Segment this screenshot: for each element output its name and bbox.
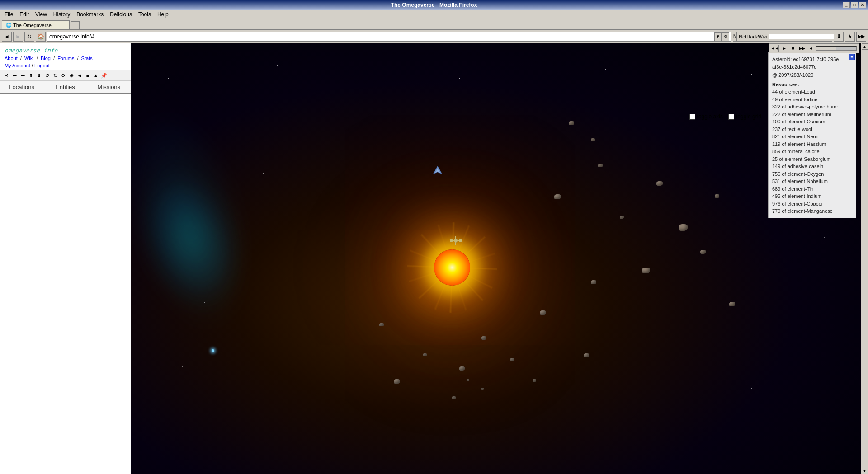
scroll-up-arrow[interactable]: ▲ — [862, 43, 868, 50]
space-station — [449, 234, 462, 249]
scroll-thumb[interactable] — [862, 50, 868, 63]
nav-missions[interactable]: Missions — [87, 82, 131, 92]
search-logo: N — [733, 32, 737, 41]
toolbar-stop[interactable]: ■ — [84, 72, 91, 79]
resource-item: 237 of textile-wool — [772, 126, 852, 133]
media-next[interactable]: ▶▶ — [798, 45, 806, 52]
window-controls[interactable]: _ □ ✕ — [843, 2, 866, 8]
asteroid-14 — [510, 358, 514, 361]
scroll-down-arrow[interactable]: ▼ — [862, 468, 868, 474]
resource-item: 44 of element-Lead — [772, 88, 852, 96]
stats-link[interactable]: Stats — [81, 56, 93, 61]
toolbar-up[interactable]: ⬆ — [27, 72, 34, 79]
minimize-button[interactable]: _ — [843, 2, 850, 8]
bookmarks-button[interactable]: ★ — [845, 32, 855, 42]
more-button[interactable]: ▶▶ — [856, 32, 866, 42]
toolbar-right[interactable]: ➡ — [19, 72, 26, 79]
resources-label: Resources: — [772, 81, 852, 89]
asteroid-1 — [569, 121, 574, 125]
about-link[interactable]: About — [5, 56, 18, 61]
nav-entities[interactable]: Entities — [43, 82, 87, 92]
menu-bookmarks[interactable]: Bookmarks — [74, 10, 106, 19]
menu-delicious[interactable]: Delicious — [107, 10, 135, 19]
tab-label: The Omegaverse — [13, 23, 52, 28]
menu-help[interactable]: Help — [155, 10, 171, 19]
sun-core — [434, 249, 470, 286]
titlebar: The Omegaverse - Mozilla Firefox _ □ ✕ — [0, 0, 868, 10]
reload-button[interactable]: ↻ — [24, 32, 34, 42]
address-bar[interactable]: omegaverse.info/# ▼ ↻ — [47, 32, 731, 42]
blog-link[interactable]: Blog — [41, 56, 51, 61]
menu-tools[interactable]: Tools — [136, 10, 154, 19]
toggle-controls: toggle axis toggle grid — [689, 113, 761, 120]
wiki-link[interactable]: Wiki — [24, 56, 34, 61]
game-area[interactable]: toggle axis toggle grid ■ Asteroid: ec16… — [131, 43, 861, 474]
resource-item: 149 of adhesive-casein — [772, 163, 852, 170]
new-tab-button[interactable]: + — [71, 21, 80, 29]
logout-link[interactable]: Logout — [34, 63, 50, 68]
media-toggle[interactable]: ◄ — [807, 45, 815, 52]
asteroid-13 — [459, 366, 465, 371]
media-slider[interactable] — [816, 46, 857, 51]
site-header: omegaverse.info About / Wiki / Blog / Fo… — [0, 43, 131, 70]
back-button[interactable]: ◄ — [2, 32, 12, 42]
media-stop[interactable]: ■ — [789, 45, 797, 52]
toolbar-down[interactable]: ⬇ — [35, 72, 42, 79]
address-text: omegaverse.info/# — [49, 33, 714, 40]
menu-edit[interactable]: Edit — [17, 10, 32, 19]
toggle-grid-checkbox[interactable] — [728, 114, 734, 120]
maximize-button[interactable]: □ — [851, 2, 858, 8]
my-account-link[interactable]: My Account — [5, 63, 30, 68]
svg-rect-5 — [450, 239, 453, 242]
close-button[interactable]: ✕ — [859, 2, 866, 8]
asteroid-coords: @ 2097/283/-1020 — [772, 71, 852, 79]
toggle-axis-item: toggle axis — [689, 113, 723, 120]
home-button[interactable]: 🏠 — [36, 32, 46, 42]
menu-view[interactable]: View — [33, 10, 50, 19]
active-tab[interactable]: 🌐 The Omegaverse — [2, 20, 70, 29]
content-area: omegaverse.info About / Wiki / Blog / Fo… — [0, 43, 868, 474]
asteroid-15 — [394, 379, 400, 384]
resource-item: 821 of element-Neon — [772, 133, 852, 141]
address-dropdown[interactable]: ▼ — [714, 32, 722, 41]
toolbar-pin[interactable]: 📌 — [100, 72, 108, 79]
resource-item: 495 of element-Indium — [772, 192, 852, 200]
toolbar-r[interactable]: R — [3, 72, 10, 79]
asteroid-9 — [591, 280, 596, 284]
address-arrows: ▼ ↻ — [714, 32, 729, 41]
toolbar-refresh[interactable]: ⟳ — [60, 72, 67, 79]
site-links: About / Wiki / Blog / Forums / Stats — [5, 56, 126, 61]
asteroid-2 — [598, 164, 603, 167]
toggle-grid-item: toggle grid — [728, 113, 761, 120]
media-prev[interactable]: ◄◄ — [771, 45, 779, 52]
search-bar: N NetHackWiki 🔍 — [733, 32, 832, 42]
toolbar-target[interactable]: ⊕ — [68, 72, 75, 79]
address-refresh[interactable]: ↻ — [722, 32, 729, 41]
toolbar-back-arrow[interactable]: ◄ — [76, 72, 83, 79]
search-input[interactable] — [769, 34, 834, 39]
toolbar-cw[interactable]: ↻ — [52, 72, 59, 79]
search-engine-label: NetHackWiki — [737, 34, 769, 39]
media-play[interactable]: ▶ — [780, 45, 788, 52]
asteroid-17 — [533, 379, 536, 382]
forums-link[interactable]: Forums — [57, 56, 74, 61]
asteroid-5 — [656, 181, 663, 186]
toolbar-flag[interactable]: ▲ — [92, 72, 99, 79]
asteroid-24 — [591, 138, 595, 141]
resource-item: 49 of element-Iodine — [772, 96, 852, 103]
svg-rect-6 — [459, 239, 462, 242]
toolbar: R ⬅ ➡ ⬆ ⬇ ↺ ↻ ⟳ ⊕ ◄ ■ ▲ 📌 — [0, 70, 131, 81]
forward-button[interactable]: ► — [13, 32, 23, 42]
toolbar-left[interactable]: ⬅ — [11, 72, 18, 79]
menu-file[interactable]: File — [2, 10, 16, 19]
panel-close-button[interactable]: ■ — [849, 54, 855, 60]
nav-locations[interactable]: Locations — [0, 82, 43, 92]
toolbar-ccw[interactable]: ↺ — [43, 72, 51, 79]
toggle-axis-checkbox[interactable] — [689, 114, 695, 120]
game-canvas[interactable]: toggle axis toggle grid ■ Asteroid: ec16… — [131, 43, 861, 474]
resource-item: 25 of element-Seaborgium — [772, 155, 852, 163]
media-player: ◄◄ ▶ ■ ▶▶ ◄ — [769, 43, 859, 53]
resource-item: 222 of element-Meitnerium — [772, 111, 852, 118]
menu-history[interactable]: History — [51, 10, 73, 19]
downloads-button[interactable]: ⬇ — [834, 32, 844, 42]
